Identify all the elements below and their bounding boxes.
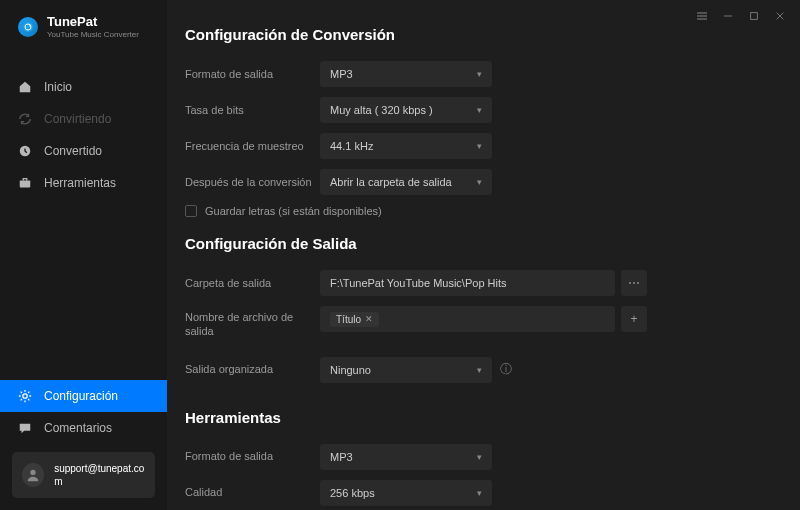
sidebar-item-converted[interactable]: Convertido bbox=[0, 135, 167, 167]
chevron-down-icon: ▾ bbox=[477, 105, 482, 115]
section-title-conversion: Configuración de Conversión bbox=[185, 26, 772, 43]
sidebar-item-converting: Convirtiendo bbox=[0, 103, 167, 135]
svg-point-5 bbox=[23, 394, 27, 398]
home-icon bbox=[18, 80, 32, 94]
select-tools-format[interactable]: MP3 ▾ bbox=[320, 444, 492, 470]
main-content: Configuración de Conversión Formato de s… bbox=[167, 0, 800, 510]
select-value: 256 kbps bbox=[330, 487, 375, 499]
info-icon[interactable]: ⓘ bbox=[500, 361, 512, 378]
select-value: Muy alta ( 320 kbps ) bbox=[330, 104, 433, 116]
account-box[interactable]: support@tunepat.com bbox=[12, 452, 155, 498]
brand-name: TunePat bbox=[47, 14, 139, 29]
section-title-output: Configuración de Salida bbox=[185, 235, 772, 252]
select-value: MP3 bbox=[330, 451, 353, 463]
gear-icon bbox=[18, 389, 32, 403]
chevron-down-icon: ▾ bbox=[477, 488, 482, 498]
sidebar-item-home[interactable]: Inicio bbox=[0, 71, 167, 103]
label-organized: Salida organizada bbox=[185, 362, 320, 376]
sidebar-item-feedback[interactable]: Comentarios bbox=[0, 412, 167, 444]
select-samplerate[interactable]: 44.1 kHz ▾ bbox=[320, 133, 492, 159]
minimize-icon[interactable] bbox=[722, 10, 734, 22]
select-bitrate[interactable]: Muy alta ( 320 kbps ) ▾ bbox=[320, 97, 492, 123]
account-email: support@tunepat.com bbox=[54, 462, 145, 488]
avatar-icon bbox=[22, 463, 44, 487]
toolbox-icon bbox=[18, 176, 32, 190]
label-lyrics: Guardar letras (si están disponibles) bbox=[205, 205, 382, 217]
checkbox-lyrics[interactable] bbox=[185, 205, 197, 217]
chevron-down-icon: ▾ bbox=[477, 452, 482, 462]
sidebar-item-label: Convertido bbox=[44, 144, 102, 158]
label-samplerate: Frecuencia de muestreo bbox=[185, 139, 320, 153]
browse-folder-button[interactable]: ⋯ bbox=[621, 270, 647, 296]
svg-rect-4 bbox=[20, 180, 31, 187]
select-value: 44.1 kHz bbox=[330, 140, 373, 152]
select-format[interactable]: MP3 ▾ bbox=[320, 61, 492, 87]
select-after[interactable]: Abrir la carpeta de salida ▾ bbox=[320, 169, 492, 195]
section-title-tools: Herramientas bbox=[185, 409, 772, 426]
sidebar-item-settings[interactable]: Configuración bbox=[0, 380, 167, 412]
window-titlebar bbox=[696, 10, 786, 22]
label-tools-quality: Calidad bbox=[185, 485, 320, 499]
input-output-folder[interactable]: F:\TunePat YouTube Music\Pop Hits bbox=[320, 270, 615, 296]
chevron-down-icon: ▾ bbox=[477, 177, 482, 187]
select-value: MP3 bbox=[330, 68, 353, 80]
close-icon[interactable] bbox=[774, 10, 786, 22]
input-filename[interactable]: Título ✕ bbox=[320, 306, 615, 332]
label-bitrate: Tasa de bits bbox=[185, 103, 320, 117]
chat-icon bbox=[18, 421, 32, 435]
chevron-down-icon: ▾ bbox=[477, 141, 482, 151]
filename-tag[interactable]: Título ✕ bbox=[330, 312, 379, 327]
input-value: F:\TunePat YouTube Music\Pop Hits bbox=[330, 277, 507, 289]
sidebar-item-tools[interactable]: Herramientas bbox=[0, 167, 167, 199]
label-folder: Carpeta de salida bbox=[185, 276, 320, 290]
sidebar-item-label: Inicio bbox=[44, 80, 72, 94]
label-filename: Nombre de archivo de salida bbox=[185, 306, 320, 339]
sidebar-item-label: Herramientas bbox=[44, 176, 116, 190]
select-value: Abrir la carpeta de salida bbox=[330, 176, 452, 188]
brand-logo-icon bbox=[18, 17, 38, 37]
plus-icon: + bbox=[630, 312, 637, 326]
select-organized[interactable]: Ninguno ▾ bbox=[320, 357, 492, 383]
converting-icon bbox=[18, 112, 32, 126]
label-format: Formato de salida bbox=[185, 67, 320, 81]
sidebar-item-label: Configuración bbox=[44, 389, 118, 403]
chevron-down-icon: ▾ bbox=[477, 69, 482, 79]
svg-point-6 bbox=[30, 470, 35, 475]
label-tools-format: Formato de salida bbox=[185, 449, 320, 463]
select-value: Ninguno bbox=[330, 364, 371, 376]
brand: TunePat YouTube Music Converter bbox=[0, 0, 167, 49]
menu-icon[interactable] bbox=[696, 10, 708, 22]
sidebar-item-label: Convirtiendo bbox=[44, 112, 111, 126]
sidebar-item-label: Comentarios bbox=[44, 421, 112, 435]
tag-label: Título bbox=[336, 314, 361, 325]
brand-subtitle: YouTube Music Converter bbox=[47, 30, 139, 39]
label-after: Después de la conversión bbox=[185, 175, 320, 189]
svg-rect-0 bbox=[751, 13, 758, 20]
chevron-down-icon: ▾ bbox=[477, 365, 482, 375]
sidebar: TunePat YouTube Music Converter Inicio C… bbox=[0, 0, 167, 510]
select-tools-quality[interactable]: 256 kbps ▾ bbox=[320, 480, 492, 506]
add-tag-button[interactable]: + bbox=[621, 306, 647, 332]
ellipsis-icon: ⋯ bbox=[628, 276, 640, 290]
clock-icon bbox=[18, 144, 32, 158]
remove-tag-icon[interactable]: ✕ bbox=[365, 314, 373, 324]
maximize-icon[interactable] bbox=[748, 10, 760, 22]
